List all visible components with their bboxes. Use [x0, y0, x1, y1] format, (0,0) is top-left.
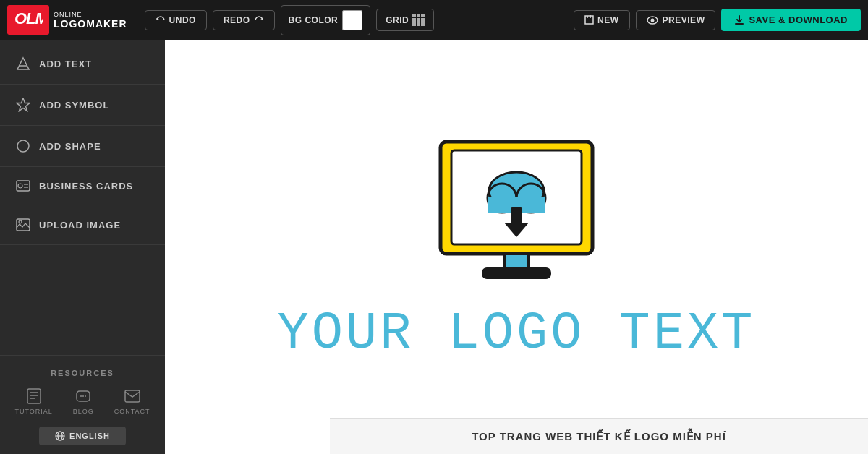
- main-layout: ADD TEXT ADD SYMBOL ADD SHAPE BUSINESS C…: [0, 40, 868, 454]
- logo-graphic: [426, 134, 607, 294]
- language-button[interactable]: ENGLISH: [39, 427, 126, 445]
- svg-rect-12: [17, 181, 30, 191]
- star-icon: [16, 98, 30, 112]
- grid-icon: [412, 14, 425, 26]
- new-button[interactable]: NEW: [574, 10, 630, 30]
- logo-area[interactable]: OLM ONLINE LOGOMAKER: [7, 5, 127, 35]
- svg-point-13: [18, 184, 22, 188]
- save-download-button[interactable]: SAVE & DOWNLOAD: [721, 9, 861, 31]
- svg-marker-8: [17, 58, 29, 69]
- redo-button[interactable]: REDO: [213, 10, 275, 30]
- svg-point-23: [82, 395, 84, 397]
- svg-rect-41: [511, 207, 522, 225]
- canvas-content: YOUR LOGO TEXT: [278, 134, 756, 360]
- logo-display-text[interactable]: YOUR LOGO TEXT: [278, 308, 756, 360]
- resources-icons: TUTORIAL BLOG CONTACT: [7, 387, 158, 415]
- svg-rect-25: [125, 390, 140, 402]
- sidebar-item-add-shape[interactable]: ADD SHAPE: [0, 126, 165, 167]
- logo-icon: OLM: [7, 5, 49, 35]
- contact-link[interactable]: CONTACT: [114, 387, 150, 415]
- bottom-tagline: TOP TRANG WEB THIẾT KẾ LOGO MIỄN PHÍ: [472, 430, 726, 443]
- logo-text-area: ONLINE LOGOMAKER: [54, 11, 127, 30]
- globe-icon: [55, 431, 65, 441]
- svg-rect-31: [504, 254, 529, 270]
- svg-point-24: [85, 395, 86, 397]
- svg-point-11: [17, 140, 29, 152]
- bg-color-button[interactable]: BG COLOR: [281, 5, 371, 35]
- text-icon: [16, 56, 30, 71]
- svg-point-6: [650, 18, 654, 22]
- logo-maker-text: LOGOMAKER: [54, 18, 127, 30]
- sidebar: ADD TEXT ADD SYMBOL ADD SHAPE BUSINESS C…: [0, 40, 165, 454]
- sidebar-item-add-symbol[interactable]: ADD SYMBOL: [0, 85, 165, 126]
- sidebar-item-add-text[interactable]: ADD TEXT: [0, 43, 165, 85]
- shape-icon: [16, 139, 30, 153]
- svg-point-17: [19, 220, 22, 223]
- topbar: OLM ONLINE LOGOMAKER UNDO REDO BG COLOR …: [0, 0, 868, 40]
- logo-online-text: ONLINE: [54, 11, 127, 18]
- tutorial-link[interactable]: TUTORIAL: [14, 387, 52, 415]
- resources-section: RESOURCES TUTORIAL: [0, 355, 165, 454]
- blog-link[interactable]: BLOG: [73, 387, 94, 415]
- preview-button[interactable]: PREVIEW: [636, 10, 716, 30]
- sidebar-item-business-cards[interactable]: BUSINESS CARDS: [0, 167, 165, 205]
- contact-icon: [124, 387, 141, 405]
- card-icon: [16, 180, 30, 192]
- grid-button[interactable]: GRID: [376, 9, 434, 31]
- resources-title: RESOURCES: [7, 369, 158, 377]
- blog-icon: [75, 387, 92, 405]
- undo-button[interactable]: UNDO: [145, 10, 207, 30]
- svg-point-22: [80, 395, 82, 397]
- canvas-area[interactable]: YOUR LOGO TEXT Version: 0.572 TOP TRANG …: [165, 40, 868, 454]
- svg-rect-18: [27, 389, 41, 403]
- svg-rect-32: [482, 268, 550, 278]
- bottom-bar: TOP TRANG WEB THIẾT KẾ LOGO MIỄN PHÍ: [330, 418, 868, 454]
- image-icon: [16, 218, 30, 231]
- svg-marker-10: [17, 98, 30, 111]
- sidebar-item-upload-image[interactable]: UPLOAD IMAGE: [0, 205, 165, 245]
- svg-text:OLM: OLM: [14, 9, 43, 27]
- bg-color-swatch: [342, 10, 362, 30]
- svg-rect-2: [585, 16, 593, 24]
- tutorial-icon: [25, 387, 43, 405]
